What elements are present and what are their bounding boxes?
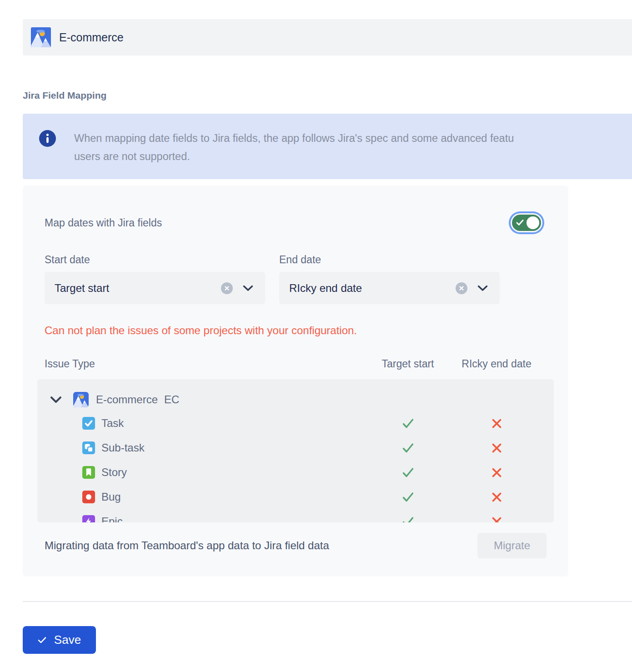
story-icon <box>82 466 95 479</box>
project-row-key: EC <box>164 393 179 406</box>
column-end-date: RIcky end date <box>446 358 547 370</box>
end-date-field: End date RIcky end date <box>279 254 500 304</box>
end-date-label: End date <box>279 254 500 266</box>
check-icon <box>369 467 446 478</box>
configuration-warning: Can not plan the issues of some projects… <box>45 324 547 337</box>
banner-line-1: When mapping date fields to Jira fields,… <box>74 129 514 147</box>
cross-icon <box>446 492 547 502</box>
page-title: Jira Field Mapping <box>23 90 632 101</box>
issue-type-label: Story <box>101 466 127 479</box>
settings-page: E-commerce Jira Field Mapping When mappi… <box>0 0 632 672</box>
project-avatar-icon <box>31 27 51 47</box>
epic-icon <box>82 515 95 522</box>
bug-icon <box>82 491 95 503</box>
check-icon <box>369 442 446 454</box>
project-row-name: E-commerce <box>96 393 158 406</box>
task-icon <box>82 417 95 430</box>
check-icon <box>369 418 446 429</box>
migrate-row: Migrating data from Teamboard's app data… <box>45 533 547 558</box>
toggle-knob <box>527 216 539 229</box>
cross-icon <box>446 418 547 429</box>
clear-start-date-icon[interactable] <box>221 282 233 294</box>
start-date-label: Start date <box>45 254 265 266</box>
banner-line-2: users are not supported. <box>74 147 514 165</box>
date-fields-row: Start date Target start <box>23 254 568 304</box>
issue-type-label: Bug <box>101 491 121 503</box>
end-date-select[interactable]: RIcky end date <box>279 272 500 304</box>
save-button[interactable]: Save <box>23 626 96 654</box>
migrate-description: Migrating data from Teamboard's app data… <box>45 539 329 552</box>
save-button-label: Save <box>54 633 81 647</box>
issue-type-label: Task <box>101 417 124 430</box>
subtask-icon <box>82 441 95 454</box>
table-row: Story <box>37 460 547 485</box>
chevron-down-icon <box>477 285 488 291</box>
start-date-select[interactable]: Target start <box>45 272 265 304</box>
project-header-bar: E-commerce <box>23 19 632 55</box>
project-avatar-icon <box>73 392 89 407</box>
toggle-check-icon <box>516 219 524 228</box>
banner-text: When mapping date fields to Jira fields,… <box>74 129 514 179</box>
divider <box>23 601 632 602</box>
column-target-start: Target start <box>369 358 446 370</box>
check-icon <box>369 491 446 503</box>
issue-type-label: Epic <box>101 515 123 522</box>
table-header: Issue Type Target start RIcky end date <box>45 358 547 370</box>
collapse-chevron-icon[interactable] <box>50 396 62 403</box>
cross-icon <box>446 467 547 478</box>
migrate-button[interactable]: Migrate <box>477 533 547 558</box>
table-row: Sub-task <box>37 436 547 460</box>
clear-end-date-icon[interactable] <box>456 282 467 294</box>
project-name: E-commerce <box>59 31 124 44</box>
issue-type-table[interactable]: E-commerce EC Task <box>37 379 554 522</box>
field-mapping-card: Map dates with Jira fields Start date Ta… <box>23 186 568 577</box>
save-check-icon <box>38 637 46 644</box>
column-issue-type: Issue Type <box>45 358 369 370</box>
table-row: Bug <box>37 485 547 509</box>
end-date-value: RIcky end date <box>289 282 456 295</box>
table-row: Task <box>37 411 547 436</box>
start-date-value: Target start <box>55 282 221 295</box>
chevron-down-icon <box>243 285 253 291</box>
info-banner: When mapping date fields to Jira fields,… <box>23 114 632 179</box>
map-dates-label: Map dates with Jira fields <box>45 217 162 229</box>
table-row: Epic <box>37 509 547 522</box>
cross-icon <box>446 443 547 453</box>
map-dates-toggle[interactable] <box>512 215 541 231</box>
project-group-row: E-commerce EC <box>37 388 547 411</box>
issue-type-label: Sub-task <box>101 441 145 454</box>
start-date-field: Start date Target start <box>45 254 265 304</box>
check-icon <box>369 516 446 523</box>
cross-icon <box>446 517 547 523</box>
toggle-row: Map dates with Jira fields <box>23 215 568 231</box>
info-icon <box>39 130 56 147</box>
